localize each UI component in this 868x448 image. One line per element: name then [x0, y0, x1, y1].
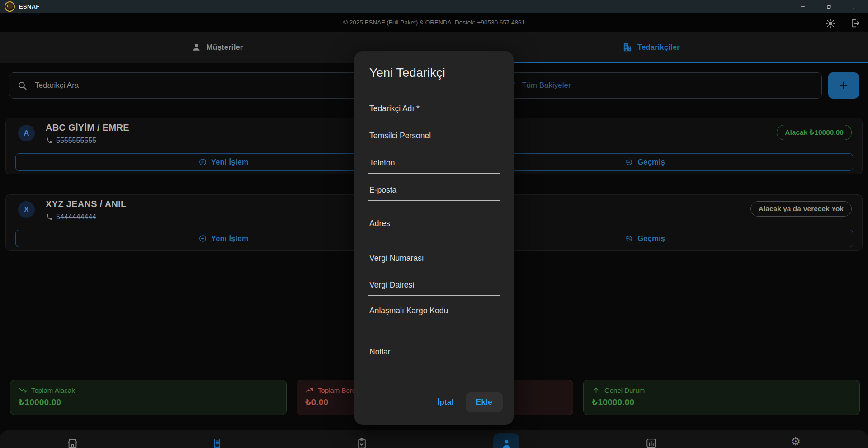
- history-icon: [625, 234, 633, 243]
- new-transaction-label: Yeni İşlem: [211, 158, 249, 166]
- copyright-text: © 2025 ESNAF (Full Paket) & ORENDA. Dest…: [0, 19, 868, 26]
- close-button[interactable]: [842, 0, 868, 13]
- nav-settings[interactable]: ⚙: [723, 430, 868, 448]
- header-bar: © 2025 ESNAF (Full Paket) & ORENDA. Dest…: [0, 13, 868, 32]
- balance-filter-label: Tüm Bakiyeler: [522, 81, 571, 90]
- avatar: X: [18, 201, 35, 218]
- tax-office-field[interactable]: Vergi Dairesi: [368, 276, 500, 296]
- logout-icon: [849, 18, 861, 29]
- sun-icon: [825, 18, 836, 29]
- balance-badge: Alacak ₺10000.00: [777, 125, 852, 140]
- history-icon: [625, 158, 633, 166]
- window-controls: [789, 0, 868, 13]
- theme-toggle-button[interactable]: [825, 18, 836, 29]
- nav-contacts[interactable]: [434, 430, 579, 448]
- field-label: Telefon: [369, 158, 395, 168]
- supplier-name: ABC GİYİM / EMRE: [46, 123, 129, 133]
- minimize-icon: [799, 3, 806, 10]
- history-label: Geçmiş: [637, 158, 665, 166]
- header-icons: [825, 18, 861, 29]
- balance-filter-select[interactable]: Tüm Bakiyeler: [500, 72, 822, 99]
- nav-sales[interactable]: [145, 430, 289, 448]
- total-receivable-card: Toplam Alacak ₺10000.00: [10, 380, 287, 415]
- field-label: Adres: [369, 219, 390, 228]
- esnaf-app-window: ESNAF © 2025 ESNAF (Full Paket) & ORENDA…: [0, 0, 868, 448]
- nav-store[interactable]: [0, 430, 145, 448]
- trending-down-icon: [19, 386, 27, 395]
- address-field[interactable]: Adres: [368, 210, 500, 242]
- phone-icon: [46, 137, 53, 144]
- nav-reports[interactable]: [579, 430, 723, 448]
- restore-icon: [826, 3, 832, 10]
- field-label: Vergi Dairesi: [369, 280, 414, 290]
- field-label: Anlaşmalı Kargo Kodu: [369, 306, 448, 316]
- new-transaction-label: Yeni İşlem: [211, 234, 249, 243]
- field-label: Temsilci Personel: [369, 131, 431, 141]
- app-title: ESNAF: [19, 3, 40, 10]
- modal-title: Yeni Tedarikçi: [369, 66, 445, 80]
- person-icon: [500, 438, 513, 448]
- clipboard-check-icon: [356, 437, 368, 448]
- summary-label: Toplam Alacak: [31, 387, 75, 394]
- field-label: E-posta: [369, 185, 396, 195]
- balance-badge: Alacak ya da Verecek Yok: [750, 201, 852, 217]
- summary-label-row: Toplam Alacak: [19, 386, 286, 395]
- overall-status-card: Genel Durum ₺10000.00: [583, 380, 860, 415]
- field-label: Notlar: [369, 347, 391, 357]
- supplier-phone-row: 5555555555: [46, 137, 96, 145]
- new-supplier-modal: Yeni Tedarikçi Tedarikçi Adı * Temsilci …: [354, 51, 514, 425]
- restore-button[interactable]: [816, 0, 842, 13]
- search-icon: [17, 80, 28, 91]
- supplier-name: XYZ JEANS / ANIL: [46, 199, 127, 209]
- history-label: Geçmiş: [637, 234, 665, 243]
- nav-tasks[interactable]: [289, 430, 434, 448]
- receipt-icon: [211, 437, 223, 448]
- bottom-nav-bar: ⚙: [0, 430, 868, 448]
- tab-customers-label: Müşteriler: [207, 43, 243, 52]
- plus-circle-icon: [198, 234, 207, 243]
- notes-field[interactable]: Notlar: [368, 340, 500, 377]
- email-field[interactable]: E-posta: [368, 181, 500, 201]
- plus-circle-icon: [198, 158, 207, 166]
- close-icon: [852, 3, 859, 10]
- active-nav-highlight: [493, 433, 519, 448]
- phone-field[interactable]: Telefon: [368, 154, 500, 174]
- field-label: Tedarikçi Adı *: [369, 104, 420, 113]
- titlebar: ESNAF: [0, 0, 868, 13]
- building-icon: [622, 42, 632, 52]
- supplier-phone-row: 5444444444: [46, 213, 96, 221]
- modal-actions: İptal Ekle: [429, 392, 503, 412]
- logout-button[interactable]: [849, 18, 861, 29]
- add-supplier-button[interactable]: +: [828, 72, 859, 99]
- phone-icon: [46, 213, 53, 221]
- tax-number-field[interactable]: Vergi Numarası: [368, 250, 500, 269]
- summary-label-row: Genel Durum: [592, 386, 859, 395]
- summary-label: Genel Durum: [604, 387, 645, 394]
- tab-suppliers-label: Tedarikçiler: [637, 43, 680, 52]
- trending-up-icon: [305, 386, 314, 395]
- submit-button[interactable]: Ekle: [466, 392, 503, 412]
- gear-icon: ⚙: [791, 436, 801, 447]
- representative-field[interactable]: Temsilci Personel: [368, 127, 500, 146]
- supplier-name-field[interactable]: Tedarikçi Adı *: [368, 100, 500, 119]
- arrow-up-icon: [592, 386, 600, 395]
- summary-value: ₺10000.00: [19, 397, 286, 407]
- storefront-icon: [66, 437, 79, 448]
- app-logo-icon: [5, 1, 15, 12]
- supplier-phone: 5555555555: [56, 137, 96, 145]
- person-icon: [191, 42, 202, 52]
- bar-chart-icon: [645, 437, 657, 448]
- summary-label: Toplam Borç: [318, 387, 355, 394]
- minimize-button[interactable]: [789, 0, 816, 13]
- supplier-phone: 5444444444: [56, 213, 96, 221]
- cancel-button[interactable]: İptal: [429, 392, 462, 412]
- avatar: A: [18, 125, 35, 141]
- cargo-code-field[interactable]: Anlaşmalı Kargo Kodu: [368, 302, 500, 321]
- field-label: Vergi Numarası: [369, 254, 424, 263]
- summary-value: ₺10000.00: [592, 397, 859, 407]
